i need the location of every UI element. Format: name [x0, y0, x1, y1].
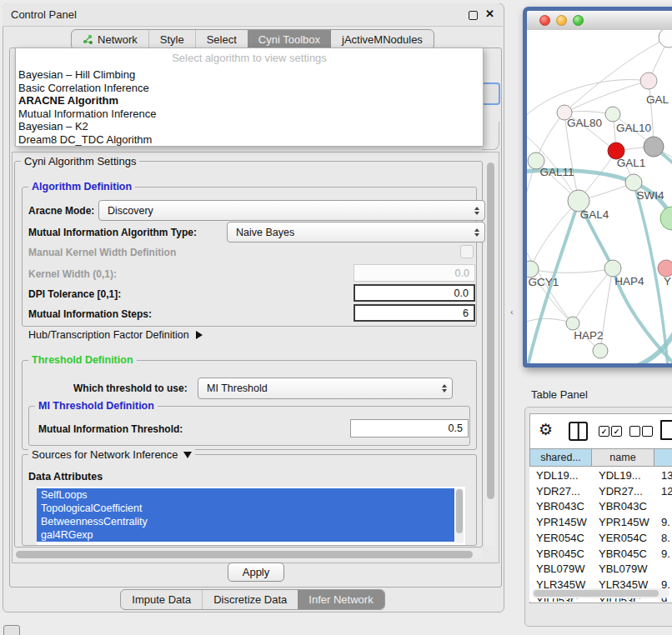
tab-cyni-toolbox[interactable]: Cyni Toolbox — [248, 30, 331, 49]
file-icon-partial[interactable] — [660, 420, 672, 440]
hub-definition-expander[interactable]: Hub/Transcription Factor Definition — [28, 329, 203, 341]
tab-infer-network[interactable]: Infer Network — [298, 590, 384, 609]
table-horizontal-scroll-thumb[interactable] — [534, 590, 659, 597]
mi-threshold-input[interactable] — [350, 419, 469, 438]
table-cell[interactable]: 9. — [654, 547, 672, 562]
table-cell[interactable]: YER054C — [529, 531, 592, 546]
tab-label: Select — [207, 33, 237, 46]
table-cell[interactable]: YDR27... — [529, 484, 592, 499]
network-node-big-green[interactable] — [660, 207, 672, 230]
network-node-gal10[interactable] — [605, 107, 620, 122]
tab-label: Style — [160, 33, 184, 46]
network-window-titlebar — [527, 11, 672, 31]
algorithm-option-bayesian-hill-climbing[interactable]: Bayesian – Hill Climbing — [18, 68, 135, 82]
attributes-scroll-thumb[interactable] — [456, 489, 463, 533]
mi-type-select[interactable]: Naive Bayes — [227, 222, 485, 242]
network-node-hap4[interactable] — [604, 260, 621, 277]
table-cell[interactable] — [654, 499, 672, 514]
which-threshold-select[interactable]: MI Threshold — [198, 378, 453, 399]
network-node-gal-top[interactable] — [640, 72, 657, 89]
tab-jactivemnodules[interactable]: jActiveMNodules — [331, 30, 434, 49]
table-cell[interactable]: YBL079W — [592, 562, 654, 577]
column-layout-icon[interactable] — [569, 422, 588, 441]
table-cell[interactable]: YBR045C — [592, 547, 654, 562]
node-table[interactable]: shared...nameAYDL19...YDL19...13YDR27...… — [529, 448, 672, 602]
network-node-bottom[interactable] — [593, 343, 608, 358]
network-view-window: GALGAL80GAL10GAL1GAL11SWI4GAL4GCY1HAP4YH… — [523, 7, 672, 368]
attributes-list-scrollbar[interactable] — [455, 488, 464, 543]
network-node-pink-y[interactable] — [658, 260, 672, 277]
network-canvas[interactable]: GALGAL80GAL10GAL1GAL11SWI4GAL4GCY1HAP4YH… — [527, 30, 672, 363]
algorithm-option-bayesian-k2[interactable]: Bayesian – K2 — [18, 120, 88, 133]
select-all-checkbox-icon[interactable]: ✓ — [599, 426, 609, 437]
network-node-top-right[interactable] — [659, 30, 672, 48]
table-cell[interactable]: YPR145W — [592, 515, 654, 530]
table-cell[interactable]: YER054C — [592, 531, 654, 546]
minimize-traffic-light-icon[interactable] — [556, 15, 567, 26]
table-cell[interactable]: YDR27... — [592, 484, 654, 499]
kernel-width-input[interactable] — [354, 264, 475, 282]
algorithm-option-dream8-dc-tdc-algorithm[interactable]: Dream8 DC_TDC Algorithm — [18, 133, 152, 147]
settings-horizontal-scroll-thumb[interactable] — [16, 551, 473, 558]
aracne-mode-label: Aracne Mode: — [28, 205, 94, 217]
table-cell[interactable]: YBL079W — [529, 562, 592, 577]
network-node-gray-node[interactable] — [644, 137, 664, 157]
mi-steps-input[interactable] — [354, 304, 475, 322]
tab-network[interactable]: Network — [72, 30, 148, 49]
float-window-icon[interactable] — [469, 11, 478, 20]
table-cell[interactable]: 8. — [654, 531, 672, 546]
table-cell[interactable]: YDL19... — [529, 468, 592, 483]
algorithm-option-basic-correlation-inference[interactable]: Basic Correlation Inference — [18, 82, 149, 95]
column-header-a[interactable]: A — [654, 448, 672, 467]
mi-threshold-definition-label: MI Threshold Definition — [35, 400, 158, 412]
bottom-tabstrip: Impute DataDiscretize DataInfer Network — [120, 589, 384, 610]
algorithm-option-mutual-information-inference[interactable]: Mutual Information Inference — [18, 108, 156, 121]
tab-select[interactable]: Select — [195, 30, 248, 49]
close-icon[interactable]: ✕ — [485, 8, 494, 20]
select-all-checkbox-icon-2[interactable]: ✓ — [611, 426, 622, 437]
table-cell[interactable]: YDL19... — [592, 468, 654, 483]
bottom-left-partial-button[interactable] — [3, 625, 20, 635]
table-cell[interactable]: 12 — [654, 484, 672, 499]
table-cell[interactable]: 9. — [654, 515, 672, 530]
zoom-traffic-light-icon[interactable] — [573, 15, 584, 26]
cyni-algorithm-settings-label: Cyni Algorithm Settings — [21, 155, 139, 168]
table-cell[interactable]: YBR043C — [529, 499, 592, 514]
network-node-swi4[interactable] — [625, 174, 642, 191]
deselect-all-checkbox-icon-2[interactable] — [642, 426, 653, 437]
deselect-all-checkbox-icon[interactable] — [629, 426, 640, 437]
aracne-mode-select[interactable]: Discovery — [98, 200, 485, 221]
close-traffic-light-icon[interactable] — [539, 15, 550, 26]
apply-button[interactable]: Apply — [228, 562, 284, 582]
manual-kernel-checkbox[interactable] — [460, 245, 474, 258]
tab-discretize-data[interactable]: Discretize Data — [202, 590, 298, 609]
network-node-hap2[interactable] — [566, 317, 579, 330]
panel-divider-handle[interactable]: ‹ — [510, 307, 514, 317]
hidden-combo-fragment — [481, 82, 500, 105]
column-header-name[interactable]: name — [592, 448, 654, 467]
data-attribute-item-gal4rgexp[interactable]: gal4RGexp — [37, 528, 454, 542]
data-attribute-item-topologicalcoefficient[interactable]: TopologicalCoefficient — [37, 502, 454, 515]
table-settings-gear-icon[interactable]: ⚙ — [539, 420, 553, 439]
tab-label: jActiveMNodules — [342, 33, 423, 46]
table-cell[interactable]: YPR145W — [529, 515, 592, 530]
table-cell[interactable]: YBR043C — [592, 499, 654, 514]
tab-impute-data[interactable]: Impute Data — [121, 590, 202, 609]
algorithm-option-aracne-algorithm[interactable]: ARACNE Algorithm — [18, 94, 118, 108]
collapse-down-arrow-icon[interactable] — [183, 452, 192, 458]
column-header-shared[interactable]: shared... — [529, 448, 592, 467]
network-node-label: HAP2 — [574, 329, 603, 342]
settings-vertical-scroll-thumb[interactable] — [487, 162, 494, 499]
table-cell[interactable]: 13 — [654, 468, 672, 483]
network-node-gcy1[interactable] — [527, 261, 539, 278]
table-panel-title: Table Panel — [531, 388, 588, 401]
expand-right-arrow-icon[interactable] — [196, 331, 203, 339]
aracne-mode-value: Discovery — [108, 205, 153, 217]
dpi-tolerance-input[interactable] — [354, 284, 475, 302]
data-attribute-item-betweennesscentrality[interactable]: BetweennessCentrality — [37, 515, 454, 528]
tab-style[interactable]: Style — [148, 30, 195, 49]
data-attributes-list[interactable]: SelfLoopsTopologicalCoefficientBetweenne… — [37, 487, 465, 545]
table-cell[interactable] — [654, 562, 672, 577]
data-attribute-item-selfloops[interactable]: SelfLoops — [37, 488, 454, 502]
table-cell[interactable]: YBR045C — [529, 547, 592, 562]
